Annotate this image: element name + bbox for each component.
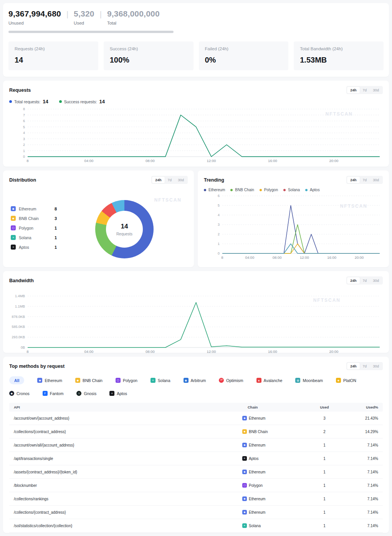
used-label: Used bbox=[74, 21, 94, 25]
tab-30d[interactable]: 30d bbox=[370, 177, 382, 183]
column-header-usedpct: Used% bbox=[347, 405, 378, 409]
used-percent: 7.14% bbox=[347, 497, 378, 501]
chain-name: Polygon bbox=[249, 483, 263, 488]
optimism-icon: OP bbox=[219, 378, 224, 383]
methods-panel: Top methods by request 24h7d30d All◆Ethe… bbox=[3, 357, 389, 533]
series-bandwidth bbox=[28, 303, 380, 347]
svg-text:5: 5 bbox=[218, 203, 220, 207]
used-percent: 14.29% bbox=[347, 430, 378, 434]
filter-chip-label: BNB Chain bbox=[83, 378, 103, 383]
tab-30d[interactable]: 30d bbox=[175, 177, 187, 183]
tab-30d[interactable]: 30d bbox=[370, 363, 382, 369]
filter-chip-solana[interactable]: ≡Solana bbox=[151, 376, 170, 384]
filter-chip-label: Optimism bbox=[226, 378, 243, 383]
distribution-legend-item: ◆BNB Chain3 bbox=[11, 216, 57, 221]
used-value: 5,320 bbox=[74, 9, 94, 18]
ethereum-icon: ◆ bbox=[242, 496, 247, 501]
legend-dot bbox=[283, 189, 286, 191]
filter-chip-aptos[interactable]: ≡Aptos bbox=[109, 389, 127, 397]
distribution-legend: ◆Ethereum8◆BNB Chain3⬡Polygon1≡Solana1≡A… bbox=[11, 206, 57, 258]
total-label: Total bbox=[107, 21, 160, 25]
distribution-donut: 14 Requests bbox=[95, 200, 154, 258]
chain-name: Ethereum bbox=[249, 510, 265, 514]
chain-request-count: 1 bbox=[55, 226, 57, 230]
svg-text:04:00: 04:00 bbox=[84, 349, 94, 354]
svg-text:08:00: 08:00 bbox=[146, 349, 155, 354]
filter-chip-polygon[interactable]: ⬡Polygon bbox=[116, 376, 137, 384]
filter-chip-arbitrum[interactable]: ◉Arbitrum bbox=[184, 376, 206, 384]
platon-icon: ◈ bbox=[336, 378, 341, 383]
chain-request-count: 1 bbox=[55, 235, 57, 240]
polygon-icon: ⬡ bbox=[116, 378, 121, 383]
legend-dot bbox=[59, 100, 62, 103]
tab-24h[interactable]: 24h bbox=[347, 277, 359, 284]
moonbeam-icon: ◍ bbox=[295, 378, 300, 383]
tab-7d[interactable]: 7d bbox=[165, 177, 175, 183]
filter-chip-moonbeam[interactable]: ◍Moonbeam bbox=[295, 376, 323, 384]
tab-7d[interactable]: 7d bbox=[360, 177, 370, 183]
filter-chip-fantom[interactable]: FFantom bbox=[43, 389, 64, 397]
usage-progress-bar bbox=[8, 31, 174, 33]
polygon-icon: ⬡ bbox=[242, 483, 247, 488]
tab-24h[interactable]: 24h bbox=[347, 87, 359, 93]
filter-chip-all[interactable]: All bbox=[9, 376, 24, 384]
tab-7d[interactable]: 7d bbox=[360, 363, 370, 369]
filter-chip-label: PlatON bbox=[343, 378, 356, 383]
chain-cell: ◆Ethereum bbox=[232, 470, 301, 474]
ethereum-icon: ◆ bbox=[11, 206, 16, 211]
stat-card: Failed (24h)0% bbox=[199, 41, 289, 70]
chain-cell: ≡Aptos bbox=[232, 456, 301, 461]
aptos-icon: ≡ bbox=[109, 391, 114, 396]
api-path: /collections/{contract_address} bbox=[14, 430, 232, 434]
distribution-legend-item: ◆Ethereum8 bbox=[11, 206, 57, 211]
svg-text:8: 8 bbox=[26, 349, 28, 354]
filter-chip-bnb-chain[interactable]: ◆BNB Chain bbox=[75, 376, 103, 384]
nftscan-watermark: NFTSCAN bbox=[154, 197, 182, 203]
filter-chip-label: Cronos bbox=[17, 391, 30, 396]
filter-chip-ethereum[interactable]: ◆Ethereum bbox=[37, 376, 62, 384]
tab-24h[interactable]: 24h bbox=[347, 363, 359, 369]
chain-request-count: 1 bbox=[55, 245, 57, 250]
requests-panel: Requests 24h7d30d Total requests:14Succe… bbox=[3, 81, 389, 167]
distribution-title: Distribution bbox=[9, 177, 36, 183]
tab-24h[interactable]: 24h bbox=[152, 177, 164, 183]
filter-chip-platon[interactable]: ◈PlatON bbox=[336, 376, 356, 384]
svg-text:08:00: 08:00 bbox=[146, 159, 155, 163]
methods-title: Top methods by request bbox=[9, 364, 65, 369]
filter-chip-avalanche[interactable]: ▲Avalanche bbox=[256, 376, 283, 384]
ethereum-icon: ◆ bbox=[37, 378, 42, 383]
used-percent: 21.43% bbox=[347, 416, 378, 420]
used-count: 1 bbox=[301, 443, 347, 447]
tab-30d[interactable]: 30d bbox=[370, 277, 382, 284]
svg-text:4: 4 bbox=[23, 131, 25, 135]
distribution-legend-item: ⬡Polygon1 bbox=[11, 225, 57, 230]
svg-text:1.4MB: 1.4MB bbox=[15, 294, 25, 298]
tab-30d[interactable]: 30d bbox=[370, 87, 382, 93]
cronos-icon: ◆ bbox=[9, 391, 14, 396]
table-row: /collections/{contract_address}◆Ethereum… bbox=[9, 506, 383, 519]
tab-7d[interactable]: 7d bbox=[360, 87, 370, 93]
used-count: 1 bbox=[301, 497, 347, 501]
bandwidth-panel: Bandwidth 24h7d30d NFTSCAN 0B293.0KB585.… bbox=[3, 271, 389, 353]
series-success-requests bbox=[28, 115, 380, 157]
filter-chip-label: Solana bbox=[158, 378, 170, 383]
chain-cell: ◆Ethereum bbox=[232, 496, 301, 501]
filter-chip-gnosis[interactable]: ☉Gnosis bbox=[76, 389, 96, 397]
trending-title: Trending bbox=[204, 177, 224, 183]
donut-center: 14 Requests bbox=[106, 211, 143, 248]
filter-chip-label: Moonbeam bbox=[303, 378, 323, 383]
methods-time-tabs: 24h7d30d bbox=[346, 362, 383, 370]
donut-caption: Requests bbox=[116, 232, 132, 236]
tab-7d[interactable]: 7d bbox=[360, 277, 370, 284]
svg-text:2: 2 bbox=[23, 143, 25, 147]
legend-item: Total requests:14 bbox=[9, 99, 48, 104]
legend-dot bbox=[305, 189, 308, 191]
filter-chip-cronos[interactable]: ◆Cronos bbox=[9, 389, 30, 397]
ethereum-icon: ◆ bbox=[242, 416, 247, 420]
chain-request-count: 8 bbox=[55, 207, 57, 211]
used-percent: 7.14% bbox=[347, 483, 378, 488]
filter-chip-optimism[interactable]: OPOptimism bbox=[219, 376, 243, 384]
legend-label: Polygon bbox=[264, 188, 278, 192]
tab-24h[interactable]: 24h bbox=[347, 177, 359, 183]
svg-text:3: 3 bbox=[218, 223, 220, 227]
